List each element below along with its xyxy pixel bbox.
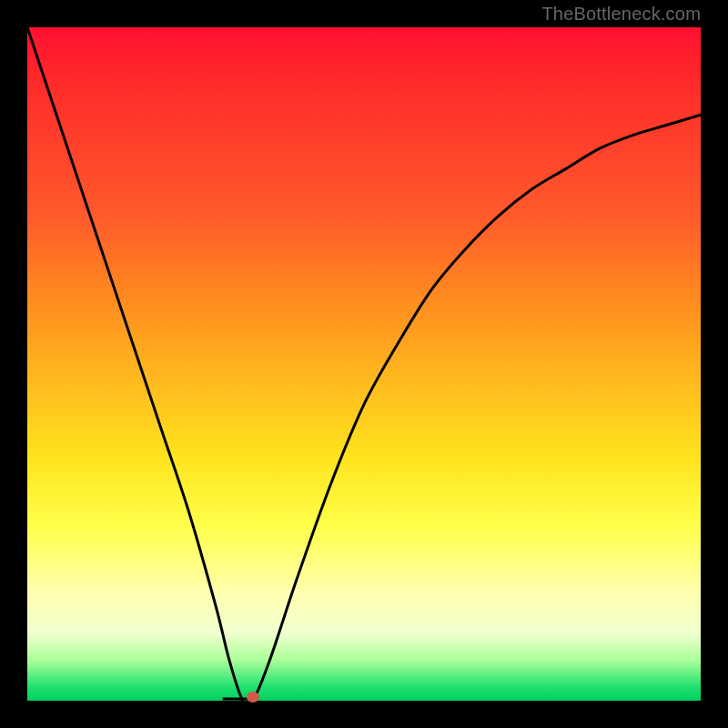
chart-container: TheBottleneck.com [0,0,728,728]
bottleneck-curve [27,27,701,701]
plot-area [27,27,701,701]
optimal-point-marker [247,692,259,703]
bottleneck-curve-path [27,27,701,706]
watermark-text: TheBottleneck.com [541,4,701,25]
